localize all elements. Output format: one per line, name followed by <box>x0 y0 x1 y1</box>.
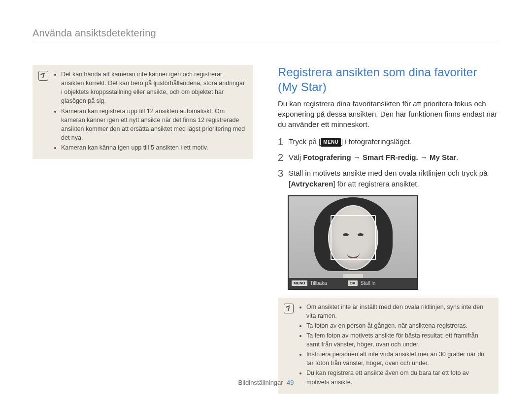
bold: Smart FR-redig. <box>363 153 418 161</box>
manual-page: Använda ansiktsdetektering Det kan hända… <box>0 0 532 401</box>
menu-chip: MENU <box>321 138 341 147</box>
note-box-left: Det kan hända att kameran inte känner ig… <box>33 65 253 159</box>
text: → <box>418 153 430 161</box>
footer-label: Bildinställningar <box>238 379 283 386</box>
step-number: 2 <box>278 152 289 163</box>
text: Tryck på [ <box>289 137 321 146</box>
note-item: Kameran kan registrera upp till 12 ansik… <box>61 107 246 143</box>
content-columns: Det kan hända att kameran inte känner ig… <box>33 65 499 394</box>
note-item: Ta fem foton av motivets ansikte för bäs… <box>306 331 492 349</box>
text: . <box>456 153 458 161</box>
bold: Fotografering <box>303 153 351 161</box>
face-illustration <box>309 196 398 278</box>
step-number: 3 <box>278 168 289 179</box>
step-number: 1 <box>278 136 289 148</box>
text: → <box>351 153 363 161</box>
section-title: Registrera ansikten som dina favoriter (… <box>278 65 499 94</box>
note-list: Om ansiktet inte är inställt med den ova… <box>299 303 492 388</box>
page-header: Använda ansiktsdetektering <box>33 28 499 42</box>
step-text: Ställ in motivets ansikte med den ovala … <box>289 168 499 189</box>
menu-chip: MENU <box>292 280 307 286</box>
step-text: Tryck på [MENU] i fotograferingsläget. <box>289 136 412 147</box>
back-label: Tillbaka <box>310 280 327 286</box>
preview-area <box>289 196 417 278</box>
note-item: Om ansiktet inte är inställt med den ova… <box>306 303 492 320</box>
steps-list: 1 Tryck på [MENU] i fotograferingsläget.… <box>278 136 499 189</box>
note-item: Ta foton av en person åt gången, när ans… <box>306 321 492 330</box>
focus-rect <box>331 215 376 260</box>
note-item: Instruera personen att inte vrida ansikt… <box>306 350 492 368</box>
text: Välj <box>289 153 303 161</box>
step-2: 2 Välj Fotografering → Smart FR-redig. →… <box>278 152 499 163</box>
text: ] i fotograferingsläget. <box>341 137 412 146</box>
set-label: Ställ In <box>361 280 376 286</box>
camera-preview: MENU Tillbaka OK Ställ In <box>288 195 418 290</box>
note-item: Kameran kan känna igen upp till 5 ansikt… <box>61 143 246 152</box>
step-text: Välj Fotografering → Smart FR-redig. → M… <box>289 152 458 163</box>
page-number: 49 <box>287 379 294 386</box>
text: ] för att registrera ansiktet. <box>333 180 419 188</box>
section-intro: Du kan registrera dina favoritansikten f… <box>278 98 499 129</box>
ok-chip: OK <box>348 280 358 286</box>
note-item: Det kan hända att kameran inte känner ig… <box>61 70 246 106</box>
bold: My Star <box>430 153 456 161</box>
note-icon <box>38 71 48 81</box>
bold: Avtryckaren <box>291 180 333 188</box>
note-icon <box>284 304 294 313</box>
note-list: Det kan hända att kameran inte känner ig… <box>53 70 246 153</box>
right-column: Registrera ansikten som dina favoriter (… <box>278 65 499 394</box>
left-column: Det kan hända att kameran inte känner ig… <box>33 65 253 394</box>
page-footer: Bildinställningar 49 <box>0 379 532 386</box>
step-3: 3 Ställ in motivets ansikte med den oval… <box>278 168 499 189</box>
preview-bottom-bar: MENU Tillbaka OK Ställ In <box>289 278 417 289</box>
step-1: 1 Tryck på [MENU] i fotograferingsläget. <box>278 136 499 148</box>
